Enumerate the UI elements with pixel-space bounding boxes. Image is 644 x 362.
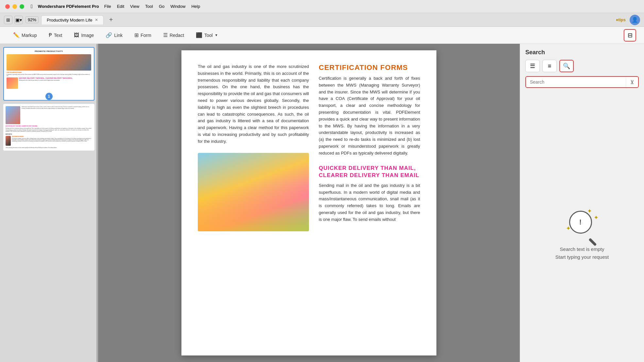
menu-view[interactable]: View: [130, 4, 139, 9]
panel-toggle-icon: ⊟: [628, 32, 633, 39]
thumb1-image: [7, 54, 91, 71]
doc-left-column: The oil and gas industry is one of the m…: [198, 63, 309, 231]
thumb2-right-col: DESTINATION WINDS Oil and gas managers n…: [12, 136, 92, 146]
thumb2-desc-text: Sending mail in the oil and gas industry…: [6, 128, 92, 132]
image-button[interactable]: 🖼 Image: [69, 30, 99, 40]
doc-intro-text: The oil and gas industry is one of the m…: [198, 63, 309, 145]
document-page: The oil and gas industry is one of the m…: [181, 50, 436, 355]
search-empty-line1: Search text is empty: [555, 245, 609, 253]
text-search-icon: ☰: [530, 62, 535, 70]
document-area[interactable]: The oil and gas industry is one of the m…: [98, 44, 520, 362]
search-type-buttons: ☰ ≡ 🔍: [525, 60, 639, 72]
main-content: PROMOTE PRODUCTIVITY CERTIFICATION FORMS…: [0, 44, 644, 362]
thumb1-left-image: [7, 77, 18, 89]
thumb-content-1: PROMOTE PRODUCTIVITY CERTIFICATION FORMS…: [4, 48, 94, 91]
thumb2-footer-text: of the quarterly performance can be crea…: [6, 147, 92, 148]
thumb1-bottom: QUICKER DELIVERY THAN MAIL, CLEARER DELI…: [7, 77, 91, 89]
search-empty-area: ✦ ✦ ✦ ! Search text is empty Start typin…: [525, 111, 639, 357]
maximize-button[interactable]: [20, 4, 24, 9]
minimize-button[interactable]: [12, 4, 17, 9]
panel-toggle-button[interactable]: ⊟: [624, 29, 636, 41]
zoom-select[interactable]: 92%: [25, 16, 39, 23]
menu-tool[interactable]: Tool: [145, 4, 153, 9]
search-empty-text: Search text is empty Start typing your r…: [555, 245, 609, 261]
menu-bar: File Edit View Tool Go Window Help: [104, 4, 200, 9]
exclamation-icon: !: [579, 218, 582, 226]
search-type-lines-icon[interactable]: ≡: [542, 60, 557, 72]
window-controls: [5, 4, 24, 9]
add-tab-button[interactable]: +: [106, 15, 115, 25]
grid-view-icon[interactable]: ⊞: [4, 16, 12, 24]
apple-logo-icon: : [31, 4, 33, 9]
user-avatar[interactable]: 👤: [630, 15, 640, 25]
search-input-row: ⊻: [525, 76, 639, 88]
form-button[interactable]: ⊞ Form: [129, 30, 157, 40]
thumb2-desc-content: Oil and gas managers need to be able to …: [12, 138, 92, 142]
tab-title: Productivity Modern Life: [47, 18, 92, 23]
thumb2-text: attachments means that the person has to…: [22, 106, 92, 124]
menu-file[interactable]: File: [104, 4, 111, 9]
text-icon: Ᵽ: [49, 32, 52, 38]
title-bar:  Wondershare PDFelement Pro File Edit V…: [0, 0, 644, 13]
split-view-icon[interactable]: ▣▾: [14, 16, 23, 24]
redact-button[interactable]: ☰ Redact: [158, 30, 189, 40]
tab-productivity[interactable]: Productivity Modern Life ✕: [41, 15, 104, 25]
search-input[interactable]: [526, 77, 626, 87]
search-type-magnifier-icon[interactable]: 🔍: [559, 60, 574, 72]
lines-search-icon: ≡: [548, 63, 551, 70]
doc-cert-body: Certification is generally a back and fo…: [319, 75, 420, 157]
sidebar-thumbnails: PROMOTE PRODUCTIVITY CERTIFICATION FORMS…: [0, 44, 98, 362]
doc-right-column: CERTIFICATION FORMS Certification is gen…: [319, 63, 420, 231]
close-button[interactable]: [5, 4, 10, 9]
thumb2-delivery: QUICKER DELIVERY THAN MAIL, CLEARER DELI…: [6, 125, 92, 127]
search-title: Search: [525, 49, 639, 56]
link-icon: 🔗: [106, 32, 112, 38]
doc-cert-heading: CERTIFICATION FORMS: [319, 63, 420, 72]
tool-icon: ⬛: [196, 32, 202, 38]
search-circle-icon: !: [569, 211, 592, 234]
search-empty-icon: ✦ ✦ ✦ !: [566, 207, 599, 240]
search-handle-icon: [588, 238, 597, 246]
view-icons: ⊞ ▣▾: [4, 16, 23, 24]
thumb1-right-text: QUICKER DELIVERY THAN MAIL, CLEARER DELI…: [19, 77, 91, 89]
doc-delivery-heading: QUICKER DELIVERY THAN MAIL, CLEARER DELI…: [319, 165, 420, 179]
menu-help[interactable]: Help: [191, 4, 200, 9]
thumb1-text: Certification is generally a back and fo…: [7, 74, 91, 76]
thumbnail-page-1[interactable]: PROMOTE PRODUCTIVITY CERTIFICATION FORMS…: [3, 47, 94, 101]
sidebar-scrollbar[interactable]: [96, 44, 98, 362]
thumb-content-2: attachments means that the person has to…: [4, 105, 94, 150]
search-type-text-icon[interactable]: ☰: [525, 60, 540, 72]
doc-delivery-body: Sending mail in the oil and the gas indu…: [319, 182, 420, 223]
doc-beach-image: [198, 153, 309, 231]
tab-bar-right: ♦tips 👤: [616, 15, 640, 25]
search-panel: Search ☰ ≡ 🔍 ⊻ ✦ ✦ ✦ !: [520, 44, 644, 362]
toolbar: ✏️ Markup Ᵽ Text 🖼 Image 🔗 Link ⊞ Form ☰…: [0, 27, 644, 44]
app-name: Wondershare PDFelement Pro: [38, 4, 99, 9]
tips-logo: ♦tips: [616, 17, 626, 22]
menu-go[interactable]: Go: [159, 4, 164, 9]
magnifier-icon: 🔍: [563, 62, 570, 70]
search-empty-line2: Start typing your request: [555, 253, 609, 261]
markup-button[interactable]: ✏️ Markup: [8, 30, 42, 40]
doc-two-column-layout: The oil and gas industry is one of the m…: [198, 63, 420, 231]
thumbnail-page-2[interactable]: attachments means that the person has to…: [3, 104, 94, 151]
thumb2-desc-orange: DESTINATION WINDS: [12, 136, 92, 137]
text-button[interactable]: Ᵽ Text: [43, 30, 68, 40]
thumb1-pink: QUICKER DELIVERY THAN MAIL, CLEARER DELI…: [19, 77, 91, 79]
page-1-number: 1: [4, 93, 94, 100]
filter-icon: ⊻: [630, 79, 634, 85]
link-button[interactable]: 🔗 Link: [100, 30, 128, 40]
thumb1-title: PROMOTE PRODUCTIVITY: [7, 50, 91, 53]
redact-icon: ☰: [163, 32, 168, 38]
menu-window[interactable]: Window: [170, 4, 185, 9]
tab-close-icon[interactable]: ✕: [95, 18, 98, 22]
menu-edit[interactable]: Edit: [117, 4, 124, 9]
thumb2-image-2: [6, 136, 11, 146]
tool-dropdown-icon: ▼: [215, 33, 218, 37]
search-filter-button[interactable]: ⊻: [626, 77, 638, 87]
tool-button[interactable]: ⬛ Tool ▼: [191, 30, 223, 40]
page-number-badge: 1: [45, 93, 53, 100]
thumb2-row: attachments means that the person has to…: [6, 106, 92, 124]
image-icon: 🖼: [74, 32, 79, 38]
beach-overlay: [198, 184, 309, 231]
